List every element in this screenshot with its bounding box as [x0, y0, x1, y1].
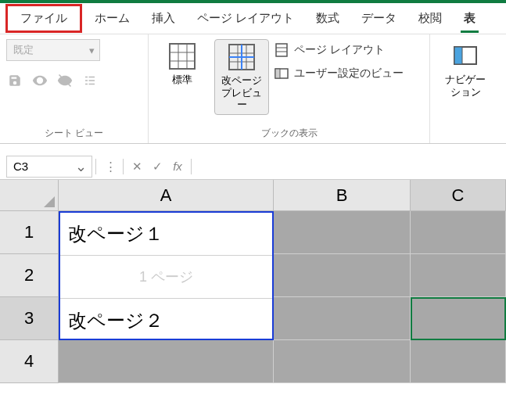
svg-rect-23: [275, 69, 280, 78]
row-head-3[interactable]: 3: [0, 297, 59, 340]
tab-data[interactable]: データ: [350, 5, 407, 32]
cancel-icon[interactable]: ✕: [127, 156, 147, 177]
col-head-a[interactable]: A: [59, 180, 274, 211]
svg-rect-6: [89, 84, 95, 85]
formula-bar: C3 ⋮ ✕ ✓ fx: [0, 153, 506, 180]
group-label-sheetview: シート ビュー: [6, 124, 142, 142]
tab-view[interactable]: 表: [453, 5, 486, 32]
col-head-b[interactable]: B: [274, 180, 411, 211]
cell[interactable]: [274, 254, 411, 297]
col-head-c[interactable]: C: [411, 180, 506, 211]
page-layout-icon: [274, 42, 289, 58]
tab-home[interactable]: ホーム: [84, 5, 141, 32]
print-area: 改ページ１ 1 ページ 改ページ２: [59, 211, 274, 340]
ribbon: 既定 シート ビュー 標準 改ページプレビュー: [0, 34, 506, 144]
row-head-2[interactable]: 2: [0, 254, 59, 297]
cell[interactable]: [274, 297, 411, 340]
fx-icon[interactable]: fx: [167, 156, 188, 177]
tab-file[interactable]: ファイル: [5, 4, 82, 33]
cell[interactable]: [411, 211, 506, 254]
group-label-workbookviews: ブックの表示: [155, 124, 423, 142]
options-icon: [81, 72, 99, 89]
svg-rect-1: [85, 77, 88, 78]
view-pagebreak-button[interactable]: 改ページプレビュー: [214, 39, 269, 115]
eye-hide-icon: [56, 72, 74, 89]
select-all-corner[interactable]: [0, 180, 59, 211]
grid-pagebreak-icon: [228, 43, 256, 71]
svg-rect-25: [454, 47, 462, 64]
cell[interactable]: [411, 340, 506, 383]
tab-insert[interactable]: 挿入: [141, 5, 186, 32]
svg-rect-19: [276, 44, 287, 56]
eye-show-icon: [31, 72, 48, 89]
svg-rect-3: [85, 80, 88, 81]
cell[interactable]: [274, 211, 411, 254]
tab-formulas[interactable]: 数式: [305, 5, 350, 32]
cell[interactable]: [411, 254, 506, 297]
svg-rect-2: [89, 77, 95, 78]
sheetview-combo[interactable]: 既定: [6, 39, 100, 61]
name-box[interactable]: C3: [6, 156, 92, 178]
navigation-button[interactable]: ナビゲーション: [438, 39, 493, 101]
svg-rect-4: [89, 80, 95, 81]
tab-page-layout[interactable]: ページ レイアウト: [186, 5, 305, 32]
navigation-icon: [451, 42, 479, 70]
row-head-1[interactable]: 1: [0, 211, 59, 254]
svg-rect-7: [170, 44, 195, 69]
view-normal-label: 標準: [172, 74, 192, 86]
ribbon-tabs: ファイル ホーム 挿入 ページ レイアウト 数式 データ 校閲 表: [0, 3, 506, 34]
view-pagebreak-label: 改ページプレビュー: [218, 74, 265, 111]
save-view-icon: [6, 72, 23, 89]
cell-a1[interactable]: 改ページ１: [60, 213, 272, 256]
custom-view-icon: [274, 66, 289, 81]
grid-normal-icon: [168, 42, 196, 70]
cell[interactable]: [274, 340, 411, 383]
tab-review[interactable]: 校閲: [407, 5, 453, 32]
navigation-label: ナビゲーション: [445, 74, 486, 98]
row-head-4[interactable]: 4: [0, 340, 59, 383]
svg-rect-5: [85, 84, 88, 85]
page-watermark: 1 ページ: [60, 256, 272, 299]
more-icon[interactable]: ⋮: [99, 156, 120, 177]
active-cell-cursor: [411, 297, 506, 340]
view-custom-button[interactable]: ユーザー設定のビュー: [274, 66, 404, 81]
view-pagelayout-button[interactable]: ページ レイアウト: [274, 42, 404, 58]
cell[interactable]: [59, 340, 274, 383]
cell-a3[interactable]: 改ページ２: [60, 299, 272, 342]
enter-icon[interactable]: ✓: [147, 156, 167, 177]
view-normal-button[interactable]: 標準: [155, 39, 210, 89]
